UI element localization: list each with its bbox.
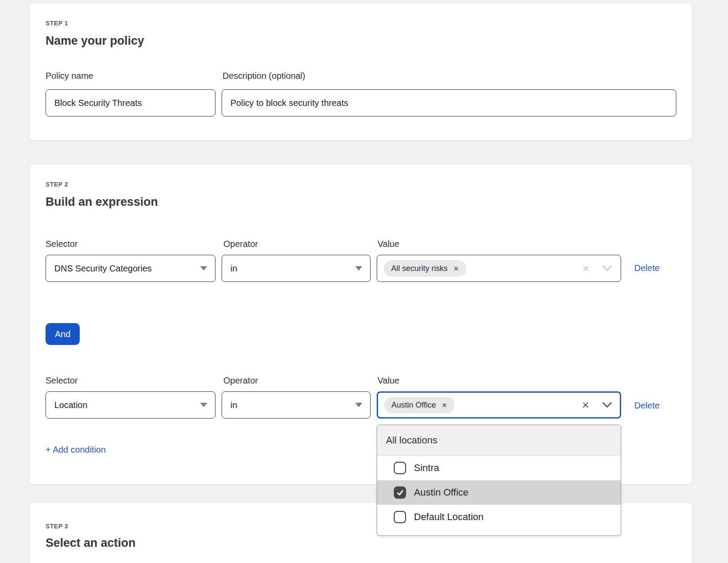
value-chip[interactable]: Austin Office ✕ bbox=[384, 397, 455, 413]
step2-label: STEP 2 bbox=[46, 180, 68, 188]
caret-down-icon bbox=[200, 403, 207, 407]
delete-condition-2-link[interactable]: Delete bbox=[634, 399, 660, 412]
dropdown-group-all-locations[interactable]: All locations bbox=[377, 425, 621, 456]
selector-column-label-1: Selector bbox=[46, 238, 78, 250]
dropdown-option-label: Austin Office bbox=[414, 487, 468, 498]
step3-title: Select an action bbox=[46, 535, 136, 550]
dropdown-group-label: All locations bbox=[386, 435, 437, 446]
check-icon bbox=[396, 489, 404, 496]
chip-remove-icon[interactable]: ✕ bbox=[453, 265, 459, 272]
dropdown-option-sintra[interactable]: Sintra bbox=[377, 456, 621, 480]
dropdown-option-label: Sintra bbox=[414, 462, 439, 474]
value-box-icons: ✕ bbox=[582, 401, 612, 410]
checkbox-unchecked-icon[interactable] bbox=[394, 511, 406, 523]
value-column-label-1: Value bbox=[378, 238, 399, 250]
description-label: Description (optional) bbox=[223, 70, 305, 81]
value-chip-label: All security risks bbox=[391, 264, 448, 273]
caret-down-icon bbox=[200, 266, 207, 271]
step1-label: STEP 1 bbox=[46, 19, 68, 27]
selector-dropdown-2[interactable]: Location bbox=[46, 391, 216, 419]
operator-column-label-2: Operator bbox=[223, 375, 258, 386]
operator-dropdown-1[interactable]: in bbox=[222, 255, 371, 282]
value-multiselect-2[interactable]: Austin Office ✕ ✕ bbox=[377, 391, 621, 419]
selector-dropdown-1[interactable]: DNS Security Categories bbox=[46, 255, 216, 282]
clear-icon[interactable]: ✕ bbox=[582, 401, 590, 410]
caret-down-icon bbox=[355, 266, 362, 271]
chevron-down-icon[interactable] bbox=[602, 265, 612, 271]
value-column-label-2: Value bbox=[378, 375, 399, 386]
step1-card: STEP 1 Name your policy Policy name Desc… bbox=[30, 4, 692, 140]
location-dropdown-panel: All locations Sintra Austin Office Defau… bbox=[377, 425, 621, 536]
add-condition-link[interactable]: + Add condition bbox=[46, 444, 106, 455]
value-box-icons: ✕ bbox=[582, 264, 612, 273]
selector-value-2: Location bbox=[54, 400, 88, 410]
value-multiselect-1[interactable]: All security risks ✕ ✕ bbox=[377, 255, 621, 282]
description-input[interactable] bbox=[222, 89, 676, 116]
and-button[interactable]: And bbox=[46, 323, 80, 345]
operator-column-label-1: Operator bbox=[223, 238, 258, 250]
delete-condition-1-link[interactable]: Delete bbox=[634, 262, 660, 274]
value-chip[interactable]: All security risks ✕ bbox=[384, 260, 466, 277]
policy-name-label: Policy name bbox=[46, 70, 93, 81]
dropdown-option-default-location[interactable]: Default Location bbox=[377, 505, 621, 529]
step3-label: STEP 3 bbox=[46, 522, 68, 530]
operator-dropdown-2[interactable]: in bbox=[222, 391, 371, 419]
operator-value-1: in bbox=[230, 264, 237, 274]
chevron-down-icon[interactable] bbox=[602, 402, 612, 408]
dropdown-option-label: Default Location bbox=[414, 511, 484, 523]
checkbox-checked-icon[interactable] bbox=[394, 486, 406, 499]
selector-column-label-2: Selector bbox=[46, 375, 78, 386]
value-chip-label: Austin Office bbox=[392, 401, 436, 410]
chip-remove-icon[interactable]: ✕ bbox=[442, 402, 447, 408]
dropdown-option-austin-office[interactable]: Austin Office bbox=[377, 480, 621, 505]
clear-icon[interactable]: ✕ bbox=[582, 264, 590, 273]
checkbox-unchecked-icon[interactable] bbox=[394, 462, 406, 474]
selector-value-1: DNS Security Categories bbox=[54, 264, 152, 274]
step2-title: Build an expression bbox=[46, 194, 158, 209]
policy-name-input[interactable] bbox=[46, 89, 216, 116]
operator-value-2: in bbox=[230, 400, 237, 410]
policy-builder-page: STEP 1 Name your policy Policy name Desc… bbox=[0, 0, 728, 563]
caret-down-icon bbox=[355, 403, 362, 407]
step1-title: Name your policy bbox=[46, 33, 144, 48]
